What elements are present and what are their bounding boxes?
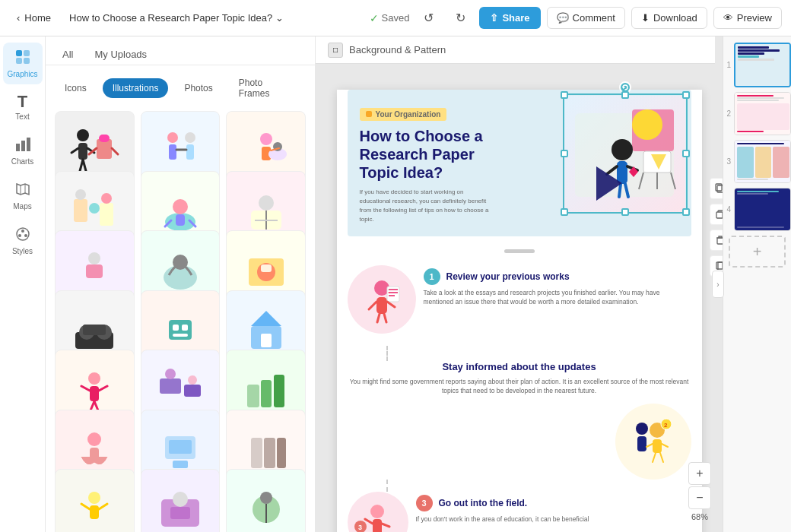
svg-line-133 [662,444,668,447]
share-icon: ⇧ [490,12,498,24]
styles-label: Styles [12,247,33,255]
svg-point-37 [101,193,112,204]
sidebar-item-maps[interactable]: Maps [3,175,43,217]
hero-description: If you have decided to start working on … [360,188,497,224]
hero-section[interactable]: Your Organization How to Choose a Resear… [348,90,691,262]
hero-content: Your Organization How to Choose a Resear… [348,90,691,236]
canvas-page[interactable]: Your Organization How to Choose a Resear… [337,90,702,532]
saved-indicator: ✓ Saved [370,12,410,24]
copy-icon-btn[interactable] [710,178,723,199]
svg-rect-78 [274,375,284,407]
sidebar-item-styles[interactable]: Styles [3,220,43,261]
svg-rect-20 [99,135,110,142]
connector-1 [386,346,388,361]
svg-rect-74 [184,385,201,397]
sidebar-item-graphics[interactable]: Graphics [3,43,43,84]
svg-rect-35 [89,203,100,214]
home-button[interactable]: ‹ Home [9,8,59,28]
svg-rect-5 [21,141,25,151]
svg-text:2: 2 [664,422,668,429]
home-label: Home [24,12,51,24]
svg-rect-48 [86,264,103,278]
zoom-out-button[interactable]: − [688,486,711,509]
svg-rect-72 [160,378,181,394]
sidebar-item-text[interactable]: T Text [3,87,43,127]
duplicate-icon-btn[interactable] [710,204,723,225]
undo-button[interactable]: ↺ [415,5,441,31]
svg-line-139 [382,524,389,527]
preview-button[interactable]: 👁 Preview [713,7,782,29]
svg-point-99 [632,109,662,140]
hero-illustration [564,96,685,214]
svg-line-22 [112,148,118,154]
comment-button[interactable]: 💬 Comment [547,7,625,29]
svg-point-44 [259,195,274,211]
section-2-desc: You might find some government reports s… [348,377,691,397]
svg-line-71 [94,401,98,410]
section-2-illustration: 2 [615,404,691,480]
sidebar-item-charts[interactable]: Charts [3,130,43,172]
svg-rect-127 [653,439,662,453]
svg-point-128 [636,423,648,435]
background-pattern-label: Background & Pattern [349,44,446,55]
document-title-area[interactable]: How to Choose a Research Paper Topic Ide… [65,9,288,27]
section-num-1: 1 [424,268,440,285]
delete-icon-btn[interactable] [710,230,723,251]
section-2-title: Stay informed about the updates [348,361,691,372]
slide-thumb-2[interactable] [734,92,791,135]
filter-icons[interactable]: Icons [55,78,97,98]
svg-line-134 [653,453,656,462]
saved-label: Saved [382,12,410,24]
svg-rect-88 [90,505,99,519]
svg-line-123 [387,302,395,307]
svg-line-90 [99,504,107,509]
svg-rect-59 [169,320,192,340]
charts-icon [14,136,31,155]
svg-line-18 [83,160,86,171]
svg-rect-147 [717,238,723,244]
svg-rect-33 [74,199,87,222]
document-title: How to Choose a Research Paper Topic Ide… [69,12,272,24]
svg-point-34 [75,189,86,200]
share-button[interactable]: ⇧ Share [479,7,540,29]
svg-rect-83 [173,461,188,468]
slide-thumb-4[interactable] [734,188,791,231]
list-item[interactable] [141,469,221,532]
svg-point-12 [18,234,21,237]
tab-my-uploads[interactable]: My Uploads [87,44,154,65]
slide-thumb-wrapper-1: 1 [723,43,791,87]
canvas-controls: + − 68% [688,462,711,523]
maps-label: Maps [13,202,31,211]
section-2: Stay informed about the updates You migh… [337,361,702,480]
slide-thumb-wrapper-2: 2 [723,92,791,135]
redo-button[interactable]: ↻ [447,5,473,31]
download-button[interactable]: ⬇ Download [631,7,707,29]
svg-rect-65 [261,334,272,347]
right-panel-collapse-handle[interactable]: › [712,271,724,298]
svg-line-104 [619,184,621,197]
list-item[interactable] [55,469,135,532]
canvas-scroll[interactable]: Your Organization How to Choose a Resear… [316,64,723,532]
list-item[interactable] [226,469,306,532]
section-1-illustration: ✓ ✕ [348,265,416,334]
section-1-title: Review your previous works [446,271,570,282]
svg-line-138 [365,519,373,524]
rotation-handle[interactable] [619,81,631,93]
filter-photos[interactable]: Photos [174,78,222,98]
section-3-illustration: 3 [348,492,408,532]
svg-rect-93 [170,507,190,519]
slide-thumb-3[interactable] [734,140,791,183]
zoom-in-button[interactable]: + [688,462,711,485]
svg-point-10 [21,230,24,233]
tab-all[interactable]: All [55,44,81,65]
svg-rect-84 [251,438,262,468]
add-slide-button[interactable]: + [729,236,786,268]
filter-photo-frames[interactable]: Photo Frames [229,73,306,103]
svg-point-13 [77,129,89,141]
svg-point-66 [88,372,100,385]
svg-line-124 [377,314,380,322]
filter-illustrations[interactable]: Illustrations [103,78,169,98]
slide-thumb-1[interactable] [734,43,791,87]
section-3-text: 3 Go out into the field. If you don't wo… [416,492,691,524]
svg-point-136 [370,505,384,518]
